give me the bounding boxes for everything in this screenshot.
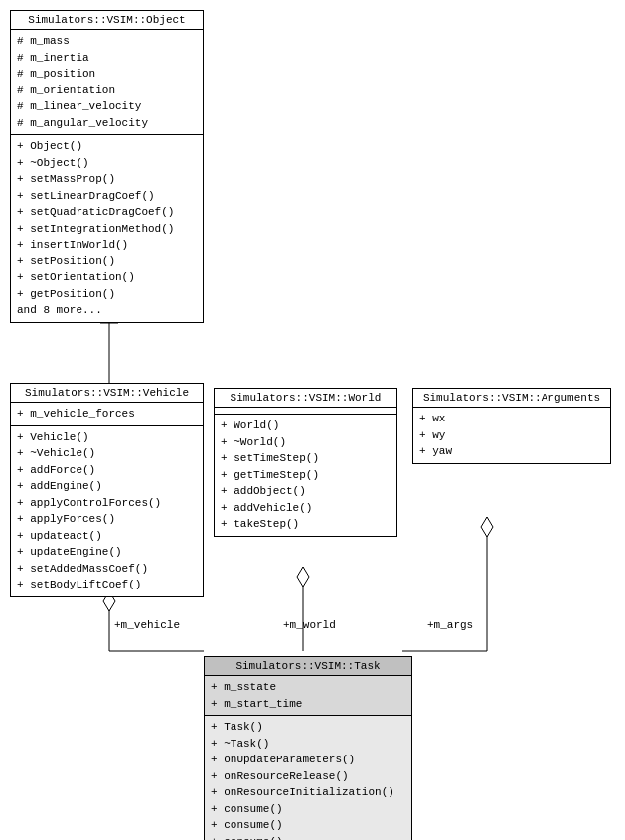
m-world-label: +m_world (283, 619, 336, 631)
task-attributes: + m_sstate + m_start_time (205, 676, 411, 716)
arguments-box: Simulators::VSIM::Arguments + wx + wy + … (412, 388, 611, 464)
vehicle-attributes: + m_vehicle_forces (11, 403, 203, 426)
object-box: Simulators::VSIM::Object # m_mass # m_in… (10, 10, 204, 323)
svg-marker-9 (481, 517, 493, 537)
uml-diagram: Simulators::VSIM::Object # m_mass # m_in… (0, 0, 625, 840)
world-methods: + World() + ~World() + setTimeStep() + g… (215, 415, 396, 536)
task-methods: + Task() + ~Task() + onUpdateParameters(… (205, 716, 411, 840)
world-box: Simulators::VSIM::World + World() + ~Wor… (214, 388, 397, 537)
object-title: Simulators::VSIM::Object (11, 11, 203, 30)
vehicle-title: Simulators::VSIM::Vehicle (11, 384, 203, 403)
arguments-attributes: + wx + wy + yaw (413, 408, 610, 463)
object-methods: + Object() + ~Object() + setMassProp() +… (11, 135, 203, 322)
world-empty-attr (215, 408, 396, 415)
m-vehicle-label: +m_vehicle (114, 619, 180, 631)
m-args-label: +m_args (427, 619, 473, 631)
world-title: Simulators::VSIM::World (215, 389, 396, 408)
object-attributes: # m_mass # m_inertia # m_position # m_or… (11, 30, 203, 135)
svg-marker-6 (297, 567, 309, 587)
vehicle-methods: + Vehicle() + ~Vehicle() + addForce() + … (11, 426, 203, 596)
vehicle-box: Simulators::VSIM::Vehicle + m_vehicle_fo… (10, 383, 204, 597)
task-title: Simulators::VSIM::Task (205, 657, 411, 676)
arguments-title: Simulators::VSIM::Arguments (413, 389, 610, 408)
task-box: Simulators::VSIM::Task + m_sstate + m_st… (204, 656, 412, 840)
